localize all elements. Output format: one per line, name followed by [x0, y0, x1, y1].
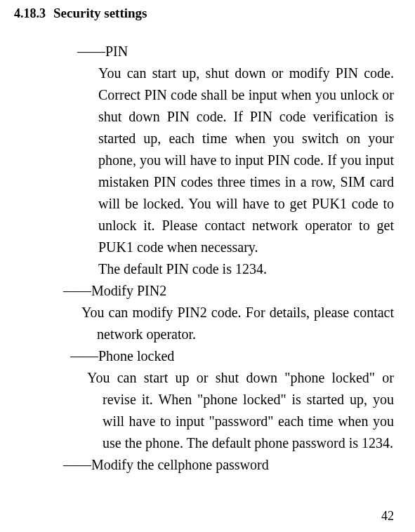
group-pin: ――PIN You can start up, shut down or mod… — [14, 41, 394, 280]
group-title-text: Modify PIN2 — [91, 283, 166, 298]
group-title: ――Phone locked — [70, 345, 394, 367]
group-title-text: PIN — [105, 44, 128, 59]
group-extra: The default PIN code is 1234. — [98, 258, 394, 280]
bullet-dash: ―― — [63, 457, 91, 472]
group-phone-locked: ――Phone locked You can start up or shut … — [14, 345, 394, 454]
group-body: You can start up or shut down "phone loc… — [87, 367, 394, 454]
group-modify-pin2: ――Modify PIN2 You can modify PIN2 code. … — [14, 280, 394, 345]
group-title-text: Phone locked — [98, 348, 174, 364]
group-body: You can start up, shut down or modify PI… — [98, 62, 394, 258]
group-title: ――PIN — [77, 41, 394, 62]
section-number: 4.18.3 — [14, 6, 53, 21]
group-body: You can modify PIN2 code. For details, p… — [81, 302, 394, 345]
section-title: Security settings — [53, 6, 147, 21]
bullet-dash: ―― — [63, 283, 91, 298]
bullet-dash: ―― — [77, 44, 105, 59]
page-number: 42 — [381, 509, 394, 524]
group-title: ――Modify the cellphone password — [63, 454, 394, 476]
section-heading: 4.18.3 Security settings — [14, 6, 394, 21]
group-modify-cell-password: ――Modify the cellphone password — [14, 454, 394, 476]
bullet-dash: ―― — [70, 348, 98, 364]
group-title-text: Modify the cellphone password — [91, 457, 269, 472]
group-title: ――Modify PIN2 — [63, 280, 394, 302]
